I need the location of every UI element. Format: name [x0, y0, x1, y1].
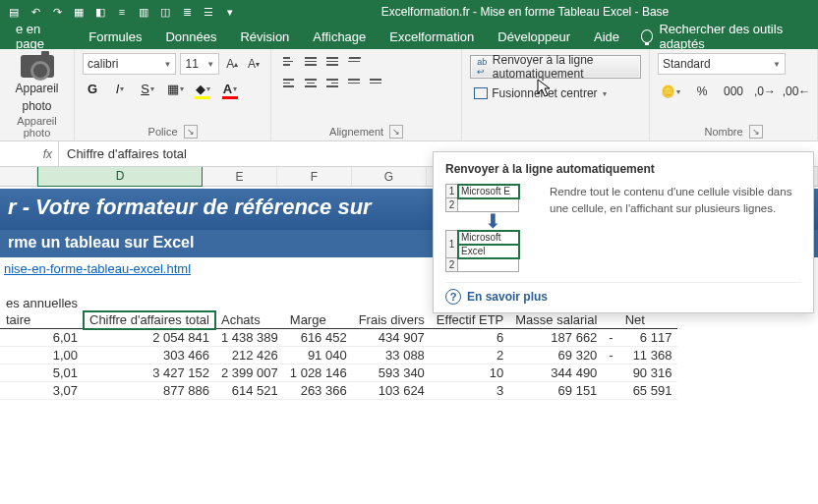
align-middle-button[interactable] — [301, 53, 321, 71]
table-row: 3,07877 886614 521263 366103 624369 1516… — [0, 382, 677, 400]
alignement-dialog-launcher[interactable]: ↘ — [389, 125, 403, 139]
percent-format-button[interactable]: % — [689, 81, 715, 102]
group-label-police: Police — [148, 126, 178, 138]
column-header-selected[interactable]: D — [37, 167, 203, 187]
col-G[interactable]: G — [352, 167, 427, 186]
camera-icon[interactable] — [21, 55, 54, 78]
th-masse: Masse salarial — [509, 311, 603, 329]
nombre-dialog-launcher[interactable]: ↘ — [749, 125, 763, 139]
tab-revision[interactable]: Révision — [228, 24, 301, 49]
qat-icon[interactable]: ▥ — [136, 4, 151, 20]
qat-icon[interactable]: ◧ — [92, 4, 108, 20]
camera-label-2: photo — [23, 99, 52, 113]
number-format-value: Standard — [663, 57, 711, 71]
font-size-combo[interactable]: 11▼ — [180, 53, 219, 75]
lightbulb-icon — [641, 29, 653, 43]
tab-developpeur[interactable]: Développeur — [486, 24, 582, 49]
italic-button[interactable]: I▾ — [110, 79, 130, 98]
wrap-label: Renvoyer à la ligne automatiquement — [493, 53, 634, 81]
tt-cell-before: Microsoft E — [458, 185, 519, 198]
quick-access-toolbar: ▤ ↶ ↷ ▦ ◧ ≡ ▥ ◫ ≣ ☰ ▾ — [6, 4, 238, 20]
search-placeholder: Rechercher des outils adaptés — [659, 22, 808, 51]
tooltip-graphic: 1Microsoft E 2 ⬇ 1Microsoft Excel 2 — [445, 184, 540, 272]
title-bar: ▤ ↶ ↷ ▦ ◧ ≡ ▥ ◫ ≣ ☰ ▾ Excelformation.fr … — [0, 0, 818, 24]
merge-center-button[interactable]: Fusionner et centrer ▾ — [470, 84, 641, 102]
page-link[interactable]: nise-en-forme-tableau-excel.html — [4, 261, 191, 276]
fx-icon[interactable]: fx — [4, 141, 59, 166]
bold-button[interactable]: G — [83, 79, 102, 98]
fill-color-button[interactable]: ◆▾ — [193, 79, 212, 98]
down-arrow-icon: ⬇ — [445, 214, 540, 228]
qat-icon[interactable]: ↶ — [28, 4, 43, 20]
th-achats: Achats — [215, 311, 284, 329]
group-alignement-right: ab↩ Renvoyer à la ligne automatiquement … — [462, 49, 650, 140]
wrap-icon: ab↩ — [477, 57, 489, 77]
select-all-corner[interactable] — [0, 167, 37, 186]
qat-icon[interactable]: ↷ — [49, 4, 65, 20]
tooltip-learn-more-link[interactable]: En savoir plus — [467, 290, 548, 304]
increase-decimal-button[interactable]: ,0→ — [752, 81, 778, 102]
tab-excelformation[interactable]: Excelformation — [378, 24, 486, 49]
decrease-font-icon[interactable]: A▾ — [245, 54, 263, 74]
increase-indent-button[interactable] — [366, 75, 385, 92]
accounting-format-button[interactable]: 🪙▾ — [658, 81, 683, 102]
increase-font-icon[interactable]: A▴ — [223, 54, 241, 74]
window-title: Excelformation.fr - Mise en forme Tablea… — [238, 5, 812, 19]
tab-aide[interactable]: Aide — [582, 24, 631, 49]
group-label-alignement: Alignement — [329, 126, 383, 138]
align-left-button[interactable] — [279, 75, 299, 92]
group-header-annuelles: es annuelles — [0, 295, 84, 311]
table-row: 1,00303 466212 42691 04033 088269 320-11… — [0, 347, 677, 364]
qat-icon[interactable]: ▤ — [6, 4, 22, 20]
qat-icon[interactable]: ≣ — [179, 4, 195, 20]
tab-mise-en-page[interactable]: e en page — [4, 24, 77, 49]
th-frais: Frais divers — [353, 311, 431, 329]
align-top-button[interactable] — [279, 53, 299, 71]
tooltip-description: Rendre tout le contenu d'une cellule vis… — [550, 184, 801, 272]
qat-icon[interactable]: ≡ — [114, 4, 130, 20]
decrease-indent-button[interactable] — [344, 75, 364, 92]
tt-cell-after1: Microsoft — [458, 231, 519, 245]
align-bottom-button[interactable] — [322, 53, 342, 71]
borders-button[interactable]: ▦▾ — [165, 79, 185, 98]
decrease-decimal-button[interactable]: ,00← — [784, 81, 809, 102]
table-row: 5,013 427 1522 399 0071 028 146593 34010… — [0, 364, 677, 382]
underline-button[interactable]: S▾ — [138, 79, 157, 98]
font-name-combo[interactable]: calibri▼ — [83, 53, 176, 75]
tab-formules[interactable]: Formules — [77, 24, 153, 49]
align-right-button[interactable] — [322, 75, 342, 92]
th-ca-total[interactable]: Chiffre d'affaires total — [84, 311, 215, 329]
wrap-text-button[interactable]: ab↩ Renvoyer à la ligne automatiquement — [470, 55, 641, 79]
tell-me-search[interactable]: Rechercher des outils adaptés — [631, 22, 818, 51]
qat-icon[interactable]: ▦ — [71, 4, 87, 20]
th-taire: taire — [0, 311, 84, 329]
tooltip-title: Renvoyer à la ligne automatiquement — [445, 162, 801, 176]
th-net: Net — [619, 311, 678, 329]
camera-label-1: Appareil — [16, 82, 59, 95]
th-effectif: Effectif ETP — [431, 311, 509, 329]
ribbon: Appareil photo Appareil photo calibri▼ 1… — [0, 49, 818, 141]
police-dialog-launcher[interactable]: ↘ — [184, 125, 198, 139]
merge-icon — [474, 87, 488, 99]
orientation-button[interactable] — [342, 53, 366, 71]
align-center-button[interactable] — [301, 75, 321, 92]
font-color-button[interactable]: A▾ — [220, 79, 240, 98]
table-row: 6,012 054 8411 438 389616 452434 9076187… — [0, 329, 677, 347]
col-E[interactable]: E — [203, 167, 277, 186]
qat-icon[interactable]: ▾ — [222, 4, 238, 20]
col-F[interactable]: F — [277, 167, 352, 186]
wrap-text-tooltip: Renvoyer à la ligne automatiquement 1Mic… — [433, 151, 814, 313]
group-police: calibri▼ 11▼ A▴ A▾ G I▾ S▾ ▦▾ ◆▾ A▾ Poli… — [75, 49, 271, 140]
tt-cell-after2: Excel — [458, 245, 519, 258]
ribbon-tabs: e en page Formules Données Révision Affi… — [0, 24, 818, 49]
thousands-format-button[interactable]: 000 — [721, 81, 746, 102]
help-icon: ? — [445, 289, 461, 305]
qat-icon[interactable]: ◫ — [157, 4, 173, 20]
tab-donnees[interactable]: Données — [153, 24, 228, 49]
number-format-combo[interactable]: Standard▼ — [658, 53, 786, 75]
font-name-value: calibri — [88, 57, 118, 71]
font-size-value: 11 — [185, 57, 198, 71]
tab-affichage[interactable]: Affichage — [301, 24, 378, 49]
group-appareil-photo: Appareil photo Appareil photo — [0, 49, 75, 140]
qat-icon[interactable]: ☰ — [201, 4, 216, 20]
